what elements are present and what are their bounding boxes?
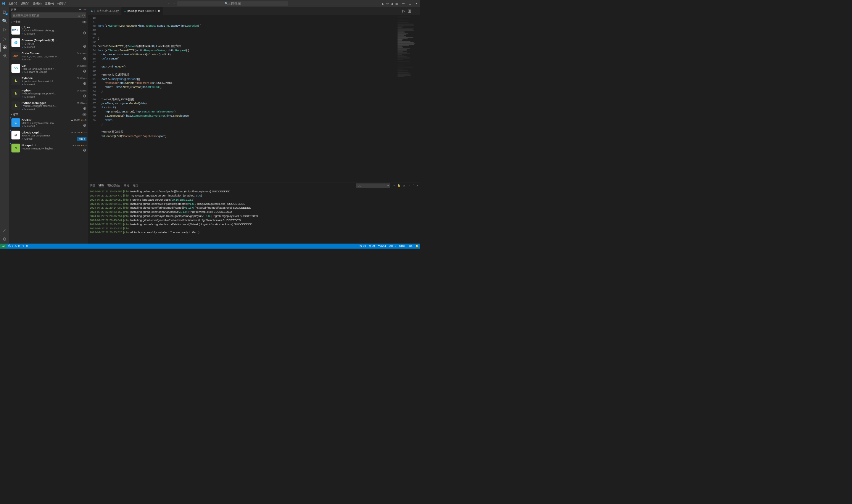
- status-notifications[interactable]: 🔔: [414, 245, 420, 248]
- code-line: [98, 40, 397, 44]
- editor-more-icon[interactable]: ⋯: [414, 8, 418, 13]
- extension-item[interactable]: GOGo⏱ 208msRich Go language support f…✔G…: [10, 62, 88, 75]
- status-problems[interactable]: ⓧ0 ⚠0: [7, 244, 21, 248]
- extension-item[interactable]: ★NNotepad++ …☁ 1.7M ★ 4.5Popular Notepad…: [10, 142, 88, 154]
- extension-search-input[interactable]: [11, 13, 86, 18]
- code-line: ctx, cancel := context.WithTimeout(r.Con…: [98, 52, 397, 56]
- status-spaces[interactable]: 空格: 4: [376, 244, 387, 248]
- gear-icon[interactable]: ⚙: [83, 106, 86, 111]
- output-settings-icon[interactable]: ⚙: [403, 184, 405, 187]
- layout-panel-icon[interactable]: ▭: [386, 2, 388, 5]
- menu-more[interactable]: …: [68, 2, 74, 5]
- panel-tab-problems[interactable]: 问题: [90, 184, 95, 187]
- refresh-icon[interactable]: ⟳: [79, 8, 81, 11]
- line-number: 68: [88, 105, 96, 109]
- code-line: }: [98, 122, 397, 126]
- activity-explorer[interactable]: 1: [0, 8, 10, 17]
- extension-desc: Rich Go language support f…: [22, 68, 86, 70]
- chevron-down-icon: ▾: [11, 113, 12, 116]
- panel-tab-ports[interactable]: 端口: [133, 184, 138, 187]
- output-more-icon[interactable]: ⋯: [407, 184, 410, 187]
- extension-desc: A performant, feature-rich l…: [22, 80, 86, 83]
- extension-desc: Popular Notepad++ keybin…: [22, 147, 86, 150]
- command-center[interactable]: 🔍 zt [管理员]: [177, 1, 288, 6]
- line-number: 61: [88, 77, 96, 81]
- panel-maximize-icon[interactable]: ˄: [413, 184, 414, 187]
- window-maximize-icon[interactable]: ▢: [406, 2, 413, 5]
- status-language[interactable]: Go: [407, 245, 414, 247]
- more-icon[interactable]: ⋯: [84, 8, 86, 11]
- gear-icon[interactable]: ⚙: [83, 31, 86, 35]
- gear-icon[interactable]: ⚙: [83, 56, 86, 61]
- output-channel-select[interactable]: Go ▾: [356, 183, 390, 188]
- tab-python-file[interactable]: ◆ 打印九九乘法口诀.py: [88, 7, 122, 15]
- menu-file[interactable]: 文件(F): [7, 2, 19, 5]
- activity-bar: 1 🔍 ▷ ⚗ ⚙: [0, 7, 10, 244]
- activity-extensions[interactable]: [0, 43, 10, 52]
- split-editor-icon[interactable]: ▥: [408, 8, 411, 13]
- error-count: 0: [12, 245, 13, 247]
- sticky-line: func (s *Server) LogRequest(r *http.Requ…: [98, 24, 397, 28]
- menu-go[interactable]: 转到(G): [56, 2, 68, 5]
- panel-close-icon[interactable]: ✕: [416, 184, 418, 187]
- activity-debug[interactable]: ▷: [0, 34, 10, 43]
- section-recommended[interactable]: ▾ 推荐 3: [10, 112, 88, 117]
- filter-icon[interactable]: ≡: [78, 14, 80, 18]
- extension-item[interactable]: ★◎GitHub Copi…☁ 18.5M ★ 3.5Your AI pair …: [10, 129, 88, 142]
- activity-search[interactable]: 🔍: [0, 17, 10, 25]
- menu-edit[interactable]: 编辑(E): [19, 2, 31, 5]
- status-ports[interactable]: ᯤ0: [21, 245, 29, 247]
- status-lncol[interactable]: 行 99，列 39: [358, 244, 376, 248]
- output-lock-icon[interactable]: 🔒: [397, 184, 400, 187]
- nav-back-icon[interactable]: ←: [167, 2, 170, 5]
- layout-customize-icon[interactable]: ▦: [395, 2, 398, 5]
- activity-test[interactable]: ⚗: [0, 52, 10, 61]
- panel-tab-debug[interactable]: 调试控制台: [107, 184, 121, 187]
- extension-item[interactable]: .runCode Runner⏱ 363msRun C, C++, Java, …: [10, 50, 88, 63]
- window-close-icon[interactable]: ✕: [413, 2, 420, 5]
- extension-icon: 🐳: [11, 119, 20, 127]
- clear-icon[interactable]: ▽: [82, 14, 85, 18]
- gear-icon[interactable]: ⚙: [83, 94, 86, 98]
- output-content[interactable]: 2024-07-27 22:20:00.588 [info] Installin…: [88, 189, 420, 244]
- run-icon[interactable]: ▷: [402, 8, 405, 13]
- output-list-icon[interactable]: ≡: [393, 184, 395, 187]
- status-eol[interactable]: CRLF: [398, 245, 407, 247]
- layout-sidebar-right-icon[interactable]: ◨: [391, 2, 393, 5]
- extension-item[interactable]: 🐍Python Debugger⏱ 126msPython Debugger e…: [10, 100, 88, 112]
- extension-item[interactable]: C/C++C/C++C/C++ IntelliSense, debuggi…✔M…: [10, 24, 88, 37]
- panel-tab-terminal[interactable]: 终端: [124, 184, 129, 187]
- remote-indicator[interactable]: ⇄: [0, 244, 7, 249]
- gear-icon[interactable]: ⚙: [83, 148, 86, 152]
- extension-name: Notepad++ …: [22, 144, 40, 147]
- installed-count: 8: [82, 21, 86, 23]
- status-encoding[interactable]: UTF-8: [387, 245, 398, 247]
- gear-icon[interactable]: ⚙: [83, 44, 86, 49]
- extension-publisher: ✔Microsoft: [22, 125, 86, 128]
- extension-item[interactable]: 🌐Chinese (Simplified) (简体…中文(简体)✔Microso…: [10, 37, 88, 50]
- minimap[interactable]: [397, 15, 420, 182]
- gear-icon[interactable]: ⚙: [83, 123, 86, 128]
- menu-view[interactable]: 查看(V): [43, 2, 55, 5]
- gear-icon[interactable]: ⚙: [83, 69, 86, 73]
- window-minimize-icon[interactable]: —: [400, 2, 406, 5]
- extension-item[interactable]: 🐍Pylance⏱ 321msA performant, feature-ric…: [10, 75, 88, 87]
- line-number: 48: [88, 24, 96, 28]
- extension-item[interactable]: ★🐳Docker☁ 35.8M ★ 4.5Makes it easy to cr…: [10, 117, 88, 129]
- activity-scm[interactable]: [0, 25, 10, 34]
- activity-account[interactable]: [0, 226, 10, 235]
- code-editor[interactable]: 38 4748495051525354555657585960616263646…: [88, 15, 420, 182]
- tab-go-untitled[interactable]: ∞ package main Untitled-1: [122, 7, 163, 15]
- panel-tab-output[interactable]: 输出: [98, 183, 104, 187]
- extension-name: Pylance: [22, 76, 33, 79]
- nav-forward-icon[interactable]: →: [173, 2, 176, 5]
- layout-sidebar-left-icon[interactable]: ◧: [382, 2, 384, 5]
- install-button[interactable]: 安装 ▾: [77, 137, 87, 141]
- verified-icon: ✔: [22, 71, 23, 73]
- extension-item[interactable]: 🐍Python⏱ 491msPython language support wi…: [10, 87, 88, 100]
- menu-selection[interactable]: 选择(S): [31, 2, 43, 5]
- activity-settings[interactable]: ⚙: [0, 235, 10, 244]
- gear-icon[interactable]: ⚙: [83, 82, 86, 86]
- section-installed[interactable]: ▾ 已安装 8: [10, 20, 88, 24]
- extension-desc: C/C++ IntelliSense, debuggi…: [22, 29, 86, 32]
